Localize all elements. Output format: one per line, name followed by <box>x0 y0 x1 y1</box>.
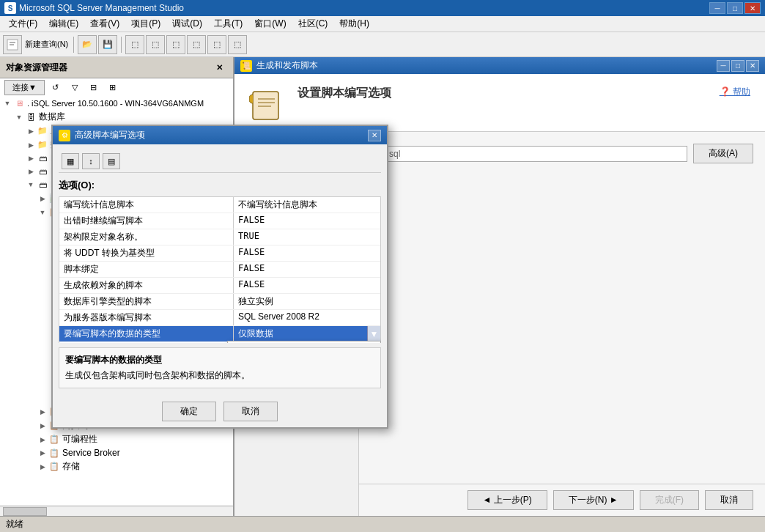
menu-help[interactable]: 帮助(H) <box>333 16 375 32</box>
menu-community[interactable]: 社区(C) <box>292 16 334 32</box>
help-btn[interactable]: ❓ 帮助 <box>720 86 750 97</box>
opt-val-0: 不编写统计信息脚本 <box>234 197 380 213</box>
wizard-minimize-btn[interactable]: ─ <box>717 60 730 72</box>
dialog-close-btn[interactable]: ✕ <box>368 130 381 141</box>
maximize-btn[interactable]: □ <box>727 2 743 14</box>
btn6[interactable]: ⬚ <box>187 35 206 54</box>
btn5[interactable]: ⬚ <box>166 35 185 54</box>
btn8[interactable]: ⬚ <box>228 35 247 54</box>
script-file-area: ript.sql 高级(A) <box>371 144 753 163</box>
server-label: . iSQL Server 10.50.1600 - WIN-364VG6ANM… <box>27 99 233 108</box>
options-row-0[interactable]: 编写统计信息脚本 不编写统计信息脚本 <box>59 197 380 213</box>
options-row-6[interactable]: 数据库引擎类型的脚本 独立实例 <box>59 294 380 310</box>
databases-toggle[interactable]: ▼ <box>13 111 25 123</box>
opt-key-6: 数据库引擎类型的脚本 <box>59 294 234 309</box>
options-row-1[interactable]: 出错时继续编写脚本 FALSE <box>59 213 380 229</box>
help-area: ❓ 帮助 <box>720 86 750 98</box>
synonyms-toggle[interactable]: ▶ <box>37 420 48 432</box>
opt-val-8[interactable]: 仅限数据 ▼ 仅限架构 架构和数据 仅限数据 <box>234 326 380 341</box>
dropdown-arrow-btn[interactable]: ▼ <box>367 326 380 341</box>
btn4[interactable]: ⬚ <box>146 35 165 54</box>
cancel-btn[interactable]: 取消 <box>705 490 753 510</box>
dialog-options-label: 选项(O): <box>59 176 381 196</box>
refresh-btn[interactable]: ↺ <box>48 81 64 95</box>
options-row-5[interactable]: 生成依赖对象的脚本 FALSE <box>59 278 380 294</box>
options-row-2[interactable]: 架构限定对象名称。 TRUE <box>59 229 380 245</box>
dialog-ok-btn[interactable]: 确定 <box>162 402 216 421</box>
script-file-input[interactable]: ript.sql <box>371 146 687 162</box>
advanced-btn[interactable]: 高级(A) <box>693 144 753 163</box>
menu-view[interactable]: 查看(V) <box>84 16 125 32</box>
minimize-btn[interactable]: ─ <box>709 2 725 14</box>
dialog-footer: 确定 取消 <box>53 394 387 427</box>
next-btn[interactable]: 下一步(N) ► <box>553 490 634 510</box>
opt-key-2: 架构限定对象名称。 <box>59 229 234 245</box>
options-row-8[interactable]: 要编写脚本的数据的类型 仅限数据 ▼ 仅限架构 架构和数据 仅限数据 <box>59 326 380 342</box>
opt-val-6: 独立实例 <box>234 294 380 309</box>
dbdiagram-toggle[interactable]: ▶ <box>37 193 48 204</box>
menu-tools[interactable]: 工具(T) <box>208 16 248 32</box>
panel-close-btn[interactable]: ✕ <box>211 60 227 75</box>
options-row-3[interactable]: 将 UDDT 转换为基类型 FALSE <box>59 245 380 262</box>
dialog-toolbar-btn1[interactable]: ▦ <box>62 153 79 169</box>
wizard-maximize-btn[interactable]: □ <box>731 60 744 72</box>
options-row-7[interactable]: 为服务器版本编写脚本 SQL Server 2008 R2 <box>59 310 380 326</box>
collapse-btn[interactable]: ⊟ <box>86 81 102 95</box>
opt-val-1: FALSE <box>234 213 380 229</box>
programmability-toggle[interactable]: ▶ <box>37 434 48 446</box>
tree-databases[interactable]: ▼ 🗄 数据库 <box>0 110 233 124</box>
dropdown-option-0[interactable]: 仅限架构 <box>228 341 380 343</box>
dialog-toolbar: ▦ ↕ ▤ <box>59 150 381 173</box>
connect-btn[interactable]: 连接▼ <box>4 80 45 95</box>
dialog-toolbar-btn2[interactable]: ↕ <box>82 153 100 169</box>
menu-file[interactable]: 文件(F) <box>3 16 43 32</box>
filter-btn[interactable]: ▽ <box>67 81 83 95</box>
expand-btn[interactable]: ⊞ <box>105 81 121 95</box>
reportservertempdb-toggle[interactable]: ▶ <box>25 166 37 177</box>
views-toggle[interactable]: ▶ <box>37 406 48 418</box>
btn7[interactable]: ⬚ <box>207 35 226 54</box>
close-btn[interactable]: ✕ <box>744 2 761 14</box>
dialog-toolbar-btn3[interactable]: ▤ <box>103 153 120 169</box>
h-scrollbar-thumb[interactable] <box>3 507 47 516</box>
dialog-cancel-btn[interactable]: 取消 <box>223 402 278 421</box>
server-toggle[interactable]: ▼ <box>1 97 13 109</box>
open-btn[interactable]: 📂 <box>78 35 97 54</box>
panel-title: 对象资源管理器 <box>6 62 67 74</box>
menu-window[interactable]: 窗口(W) <box>248 16 292 32</box>
menu-debug[interactable]: 调试(D) <box>166 16 208 32</box>
tree-storage[interactable]: ▶ 📋 存储 <box>0 459 233 473</box>
prev-btn[interactable]: ◄ 上一步(P) <box>468 490 547 510</box>
opt-val-2: TRUE <box>234 229 380 245</box>
opt-key-1: 出错时继续编写脚本 <box>59 213 234 229</box>
status-text: 就绪 <box>6 518 23 531</box>
menu-edit[interactable]: 编辑(E) <box>43 16 84 32</box>
new-query-btn[interactable] <box>3 35 22 54</box>
menu-project[interactable]: 项目(P) <box>125 16 166 32</box>
service-broker-icon: 📋 <box>48 447 60 459</box>
tables-toggle[interactable]: ▼ <box>37 207 48 218</box>
h-scrollbar[interactable] <box>0 506 233 516</box>
northwind-toggle[interactable]: ▼ <box>25 179 37 191</box>
tree-service-broker[interactable]: ▶ 📋 Service Broker <box>0 446 233 459</box>
service-broker-toggle[interactable]: ▶ <box>37 447 48 459</box>
server-icon: 🖥 <box>13 97 25 109</box>
tree-programmability[interactable]: ▶ 📋 可编程性 <box>0 432 233 446</box>
btn3[interactable]: ⬚ <box>125 35 144 54</box>
reportserver-toggle[interactable]: ▶ <box>25 152 37 164</box>
storage-label: 存储 <box>62 460 233 473</box>
system-db-toggle[interactable]: ▶ <box>25 125 37 137</box>
options-row-4[interactable]: 脚本绑定 FALSE <box>59 262 380 278</box>
databases-icon: 🗄 <box>25 111 37 123</box>
main-toolbar: 新建查询(N) 📂 💾 ⬚ ⬚ ⬚ ⬚ ⬚ ⬚ <box>0 32 765 57</box>
finish-btn[interactable]: 完成(F) <box>640 490 699 510</box>
svg-rect-4 <box>253 92 278 119</box>
connect-area: 连接▼ ↺ ▽ ⊟ ⊞ <box>0 78 233 97</box>
tree-server-node[interactable]: ▼ 🖥 . iSQL Server 10.50.1600 - WIN-364VG… <box>0 97 233 110</box>
save-btn[interactable]: 💾 <box>98 35 117 54</box>
reportservertempdb-icon: 🗃 <box>37 166 48 177</box>
wizard-close-btn[interactable]: ✕ <box>746 60 759 72</box>
opt-val-8-text: 仅限数据 <box>238 328 273 339</box>
storage-toggle[interactable]: ▶ <box>37 461 48 473</box>
snapshots-toggle[interactable]: ▶ <box>25 139 37 151</box>
